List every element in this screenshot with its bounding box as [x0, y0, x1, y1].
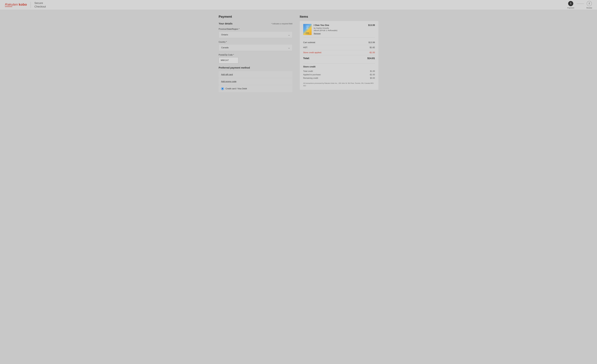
credit-card-row[interactable]: Credit card / Visa Debit — [219, 85, 292, 92]
book-cover-author: SophieKinsella — [304, 32, 311, 34]
main-content: Payment Your details * indicates a requi… — [212, 10, 385, 98]
step-connector — [577, 4, 584, 4]
logo-underline — [5, 7, 12, 7]
items-box: I OweYouOne SophieKinsella I Owe You One… — [300, 21, 378, 90]
total-credit-row: Total credit: $1.00 — [303, 70, 375, 73]
preferred-payment-section: Preferred payment method Add gift card A… — [219, 66, 292, 92]
province-select[interactable]: Ontario — [219, 31, 292, 38]
country-group: Country * Canada ⌄ — [219, 41, 292, 51]
transaction-note: All transactions processed by Rakuten Ko… — [303, 82, 375, 87]
hst-value: $1.82 — [370, 46, 375, 49]
province-group: Province/State/Region * Ontario ⌄ — [219, 28, 292, 38]
preferred-payment-title: Preferred payment method — [219, 66, 292, 69]
logo-rakuten: Rakuten — [5, 3, 18, 6]
store-credit-applied-row: Store credit applied: -$1.00 — [303, 50, 375, 55]
step2-circle: 2 — [587, 1, 592, 6]
gift-card-row: Add gift card — [219, 71, 292, 78]
total-row: Total: $14.81 — [303, 55, 375, 61]
logo-text: Rakuten kobo — [5, 3, 27, 6]
your-details-title: Your details — [219, 22, 233, 25]
header: Rakuten kobo SecureCheckout 1 Payment 2 … — [0, 0, 597, 10]
payment-methods-box: Add gift card Add promo code Credit card… — [219, 71, 292, 92]
postal-group: Postal/Zip Code * M6K1A7 — [219, 54, 292, 63]
step-review: 2 Review — [586, 1, 592, 9]
store-credit-section-title: Store credit — [303, 65, 375, 68]
step1-label: Payment — [567, 7, 574, 9]
required-note: * indicates a required field — [271, 23, 292, 25]
store-credit-applied-label: Store credit applied: — [303, 51, 322, 54]
radio-inner — [222, 88, 223, 89]
cart-subtotal-label: Cart subtotal: — [303, 41, 316, 44]
applied-to-purchase-label: Applied to purchase: — [303, 74, 321, 76]
book-cover-text: I OweYouOne — [303, 25, 312, 30]
remaining-credit-value: $0.00 — [370, 77, 375, 79]
step-payment: 1 Payment — [567, 1, 574, 9]
book-cover: I OweYouOne SophieKinsella — [303, 24, 312, 35]
remaining-credit-label: Remaining credit: — [303, 77, 319, 79]
credit-card-label: Credit card / Visa Debit — [226, 87, 247, 90]
country-select-wrapper[interactable]: Canada ⌄ — [219, 44, 292, 51]
add-promo-code-button[interactable]: Add promo code — [221, 80, 236, 83]
book-item-row: I OweYouOne SophieKinsella I Owe You One… — [303, 24, 375, 38]
left-panel: Payment Your details * indicates a requi… — [219, 15, 300, 93]
total-value: $14.81 — [367, 57, 375, 60]
province-label: Province/State/Region * — [219, 28, 292, 30]
book-price: $13.99 — [368, 24, 375, 27]
step2-number: 2 — [589, 2, 590, 5]
country-select[interactable]: Canada — [219, 45, 292, 51]
applied-to-purchase-value: -$1.00 — [369, 74, 375, 76]
step1-circle: 1 — [568, 1, 573, 6]
payment-title: Payment — [219, 15, 292, 19]
store-credit-section: Store credit Total credit: $1.00 Applied… — [303, 63, 375, 80]
items-title: Items — [300, 15, 378, 19]
remaining-credit-row: Remaining credit: $0.00 — [303, 77, 375, 80]
book-title: I Owe You One — [314, 24, 366, 27]
total-credit-label: Total credit: — [303, 70, 313, 72]
cart-subtotal-value: $13.99 — [369, 41, 375, 44]
hst-row: HST: $1.82 — [303, 45, 375, 50]
hst-label: HST: — [303, 46, 308, 49]
postal-label: Postal/Zip Code * — [219, 54, 292, 56]
province-select-wrapper[interactable]: Ontario ⌄ — [219, 31, 292, 38]
cart-subtotal-row: Cart subtotal: $13.99 — [303, 40, 375, 45]
header-divider — [31, 2, 31, 8]
total-credit-value: $1.00 — [370, 70, 375, 72]
credit-card-radio[interactable] — [221, 87, 224, 90]
book-format: eBook (EPUB 3, Reflowable) — [314, 29, 366, 31]
promo-code-row: Add promo code — [219, 78, 292, 85]
logo[interactable]: Rakuten kobo — [5, 3, 27, 7]
remove-item-button[interactable]: Remove — [314, 32, 321, 35]
right-panel: Items I OweYouOne SophieKinsella I Owe Y… — [300, 15, 378, 93]
secure-checkout-label: SecureCheckout — [34, 1, 46, 8]
book-author: by Sophie Kinsella — [314, 27, 366, 29]
add-gift-card-button[interactable]: Add gift card — [221, 73, 233, 76]
country-label: Country * — [219, 41, 292, 43]
your-details-header: Your details * indicates a required fiel… — [219, 22, 292, 25]
logo-kobo: kobo — [19, 3, 27, 6]
applied-to-purchase-row: Applied to purchase: -$1.00 — [303, 73, 375, 77]
book-details: I Owe You One by Sophie Kinsella eBook (… — [314, 24, 366, 35]
total-label: Total: — [303, 57, 310, 60]
store-credit-applied-value: -$1.00 — [369, 51, 375, 54]
postal-input[interactable]: M6K1A7 — [219, 57, 238, 63]
step2-label: Review — [586, 7, 592, 9]
checkout-steps: 1 Payment 2 Review — [567, 1, 592, 9]
step1-number: 1 — [570, 2, 571, 5]
